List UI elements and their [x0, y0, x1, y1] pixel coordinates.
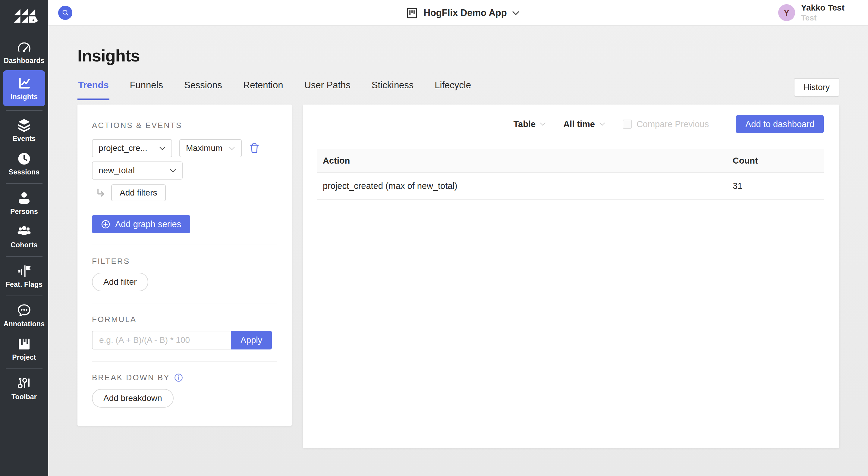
tab-stickiness[interactable]: Stickiness — [371, 80, 414, 100]
dashboard-gauge-icon — [17, 40, 31, 55]
delete-series-button[interactable] — [249, 142, 260, 154]
results-table: Action Count project_created (max of new… — [317, 149, 824, 200]
action-cell: project_created (max of new_total) — [317, 172, 727, 199]
sidebar-item-toolbar[interactable]: Toolbar — [0, 372, 48, 405]
sidebar-item-label: Annotations — [4, 320, 44, 328]
search-icon — [61, 8, 70, 17]
page-title: Insights — [78, 46, 839, 65]
flag-icon — [17, 264, 31, 278]
formula-input[interactable] — [92, 331, 231, 349]
formula-row: Apply — [92, 331, 277, 349]
add-filters-button[interactable]: Add filters — [111, 184, 166, 201]
info-icon[interactable] — [174, 373, 183, 382]
tab-trends[interactable]: Trends — [78, 80, 110, 100]
apply-formula-button[interactable]: Apply — [231, 331, 272, 349]
main-content: Insights Trends Funnels Sessions Retenti… — [48, 27, 868, 476]
message-icon — [17, 304, 31, 318]
history-button[interactable]: History — [794, 78, 839, 97]
compare-previous-label: Compare Previous — [637, 119, 709, 129]
sidebar-item-project[interactable]: Project — [0, 332, 48, 366]
app-screen: Dashboards Insights — [0, 0, 868, 476]
property-select-value: new_total — [98, 166, 135, 175]
actions-events-label: ACTIONS & EVENTS — [92, 121, 277, 130]
sidebar-divider — [6, 295, 42, 296]
project-icon — [406, 7, 418, 19]
compare-previous-option: Compare Previous — [623, 119, 709, 129]
tab-lifecycle[interactable]: Lifecycle — [434, 80, 472, 100]
trash-icon — [249, 142, 260, 154]
section-divider — [92, 245, 277, 245]
display-type-select[interactable]: Table — [514, 119, 546, 129]
add-graph-series-label: Add graph series — [115, 219, 181, 229]
sidebar-divider — [6, 183, 42, 184]
project-switcher[interactable]: HogFlix Demo App — [406, 0, 520, 26]
chevron-down-icon — [540, 122, 546, 126]
sidebar-nav: Dashboards Insights — [0, 36, 48, 405]
add-filter-button[interactable]: Add filter — [92, 273, 148, 291]
query-panel: ACTIONS & EVENTS project_cre... Maximum — [78, 104, 292, 426]
user-menu[interactable]: Y Yakko Test Test — [778, 2, 844, 23]
date-range-select[interactable]: All time — [563, 119, 605, 129]
search-button[interactable] — [58, 6, 72, 20]
user-text: Yakko Test Test — [801, 2, 844, 23]
column-header-action: Action — [317, 149, 727, 172]
math-select[interactable]: Maximum — [179, 139, 242, 157]
table-header-row: Action Count — [317, 149, 824, 172]
compare-previous-checkbox[interactable] — [623, 120, 632, 129]
property-row: new_total — [92, 161, 277, 180]
sidebar-item-cohorts[interactable]: Cohorts — [0, 220, 48, 253]
sidebar-item-label: Dashboards — [4, 57, 44, 65]
table-row: project_created (max of new_total) 31 — [317, 172, 824, 199]
tab-sessions[interactable]: Sessions — [184, 80, 223, 100]
formula-label: FORMULA — [92, 315, 277, 324]
add-graph-series-button[interactable]: Add graph series — [92, 215, 190, 233]
count-cell: 31 — [727, 172, 824, 199]
sidebar-item-sessions[interactable]: Sessions — [0, 147, 48, 181]
project-name: HogFlix Demo App — [424, 7, 507, 19]
person-icon — [17, 191, 31, 205]
circle-plus-icon — [101, 220, 110, 229]
layers-icon — [17, 118, 31, 132]
event-select[interactable]: project_cre... — [92, 139, 172, 157]
sidebar-divider — [6, 369, 42, 369]
sidebar-item-dashboards[interactable]: Dashboards — [0, 36, 48, 69]
sidebar-divider — [6, 110, 42, 111]
math-select-value: Maximum — [186, 144, 222, 153]
add-breakdown-button[interactable]: Add breakdown — [92, 389, 174, 408]
section-divider — [92, 361, 277, 361]
column-header-count: Count — [727, 149, 824, 172]
user-organization: Test — [801, 13, 844, 23]
sidebar-item-persons[interactable]: Persons — [0, 187, 48, 220]
add-to-dashboard-button[interactable]: Add to dashboard — [736, 115, 824, 133]
series-row: project_cre... Maximum — [92, 139, 277, 157]
sidebar-item-annotations[interactable]: Annotations — [0, 299, 48, 332]
tab-funnels[interactable]: Funnels — [129, 80, 164, 100]
display-type-value: Table — [514, 119, 536, 129]
sidebar-divider — [6, 256, 42, 257]
property-select[interactable]: new_total — [92, 161, 183, 180]
section-divider — [92, 303, 277, 304]
breakdown-label: BREAK DOWN BY — [92, 373, 277, 382]
sidebar-item-label: Feat. Flags — [6, 281, 42, 289]
chevron-down-icon — [170, 169, 176, 172]
sidebar-item-events[interactable]: Events — [0, 114, 48, 147]
sidebar: Dashboards Insights — [0, 0, 48, 476]
sidebar-item-label: Insights — [10, 93, 38, 101]
sidebar-item-insights[interactable]: Insights — [3, 70, 45, 106]
topbar: HogFlix Demo App Y Yakko Test Test — [48, 0, 868, 26]
clock-icon — [17, 152, 31, 166]
event-select-value: project_cre... — [98, 144, 147, 153]
sidebar-item-label: Persons — [10, 208, 38, 216]
tools-icon — [17, 376, 31, 391]
content-cards: ACTIONS & EVENTS project_cre... Maximum — [78, 104, 839, 448]
chevron-down-icon — [159, 147, 165, 150]
posthog-logo-icon — [10, 6, 38, 28]
avatar: Y — [778, 4, 795, 21]
tab-retention[interactable]: Retention — [243, 80, 284, 100]
chevron-down-icon — [513, 11, 520, 15]
line-chart-icon — [17, 76, 31, 91]
sidebar-item-label: Events — [13, 135, 36, 143]
tab-user-paths[interactable]: User Paths — [304, 80, 351, 100]
indent-arrow-icon — [96, 188, 106, 198]
sidebar-item-feature-flags[interactable]: Feat. Flags — [0, 259, 48, 293]
